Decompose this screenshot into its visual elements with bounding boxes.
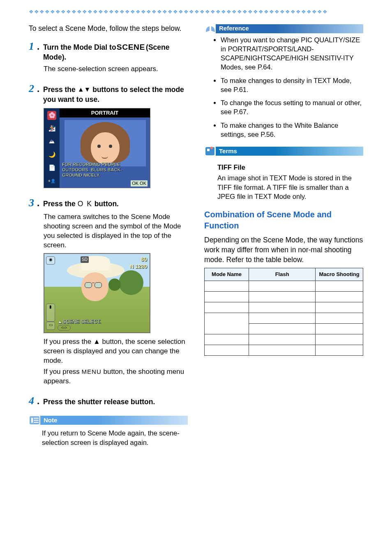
lcd-size: N 1280: [130, 263, 147, 270]
reference-callout: Reference When you want to change PIC QU…: [204, 24, 363, 139]
terms-callout: Terms TIFF File An image shot in TEXT Mo…: [204, 146, 363, 201]
lcd-left-icons: ◉ ▮ ▭: [46, 256, 58, 330]
sd-badge: SD: [81, 256, 89, 263]
reference-icon: [204, 23, 217, 35]
step-4: 4. Press the shutter release button.: [29, 394, 188, 408]
step-title: Press the shutter release button.: [43, 397, 155, 407]
intro-text: To select a Scene Mode, follow the steps…: [29, 24, 188, 34]
svg-rect-1: [31, 418, 33, 423]
header-macro: Macro Shooting: [316, 268, 363, 281]
table-row: [205, 345, 363, 355]
header-mode-name: Mode Name: [205, 268, 249, 281]
step-1: 1. Turn the Mode Dial to SCENE (Scene Mo…: [29, 39, 188, 74]
portrait-icon: 🌸: [47, 111, 56, 120]
table-row: [205, 334, 363, 345]
note-icon: [29, 415, 41, 426]
updown-arrows-icon: ▲▼: [78, 86, 91, 93]
reference-item: To change the focus setting to manual or…: [221, 98, 363, 117]
sports-icon: 🏂: [47, 124, 56, 133]
terms-body: An image shot in TEXT Mode is stored in …: [217, 173, 363, 201]
reference-list: When you want to change PIC QUALITY/SIZE…: [212, 35, 363, 139]
step-title: Press the ▲▼ buttons to select the mode …: [43, 85, 188, 104]
terms-heading: TIFF File: [217, 163, 363, 172]
note-body: If you return to Scene Mode again, the s…: [29, 425, 188, 447]
landscape-icon: ⛰: [47, 137, 56, 146]
table-row: [205, 291, 363, 302]
scene-label: SCENE: [117, 43, 145, 53]
svg-rect-2: [34, 418, 39, 419]
reference-item: To make changes to the White Balance set…: [221, 121, 363, 139]
reference-item: To make changes to density in TEXT Mode,…: [221, 76, 363, 94]
svg-rect-6: [205, 147, 214, 155]
lcd-oval-icon: ⟲⟳: [58, 325, 71, 331]
step-number: 1: [29, 39, 34, 53]
step-number: 3: [29, 196, 34, 210]
table-row: [205, 302, 363, 313]
svg-rect-5: [210, 25, 211, 31]
terms-icon: [204, 145, 217, 157]
battery-icon: ▭: [46, 322, 55, 330]
combo-title: Combination of Scene Mode and Function: [204, 209, 363, 231]
svg-rect-4: [34, 422, 39, 423]
reference-item: When you want to change PIC QUALITY/SIZE…: [221, 35, 363, 72]
svg-point-8: [210, 147, 213, 149]
combo-body: Depending on the Scene Mode, the way fun…: [204, 235, 363, 265]
mode-icon: ◉: [46, 256, 55, 265]
step-3: 3. Press the O K button. The camera swit…: [29, 196, 188, 387]
lcd-scene-select-text: ▲SCENE SELECT.: [58, 318, 101, 325]
lcd-mode-title: PORTRAIT: [60, 108, 150, 117]
lcd-sidebar-icons: 🌸 🏂 ⛰ 🌙 📄 +👤: [44, 108, 60, 188]
lcd-description: FOR RECORDING PEOPLE OUTDOORS. BLURS BAC…: [62, 162, 148, 178]
left-column: To select a Scene Mode, follow the steps…: [29, 24, 188, 453]
terms-title: Terms: [219, 147, 237, 155]
step-2: 2. Press the ▲▼ buttons to select the mo…: [29, 81, 188, 188]
decorative-sparkles: ❖❖❖❖❖❖❖❖❖❖❖❖❖❖❖❖❖❖❖❖❖❖❖❖❖❖❖❖❖❖❖❖❖❖❖❖❖❖❖❖…: [29, 8, 363, 16]
step-body: The scene-selection screen appears.: [44, 64, 188, 74]
right-column: Reference When you want to change PIC QU…: [204, 24, 363, 453]
lcd-shooting-screenshot: ◉ ▮ ▭ SD 80 N 1280 ▲SCENE SELECT. ⟲⟳: [44, 253, 150, 333]
svg-rect-3: [34, 420, 39, 421]
step-title: Turn the Mode Dial to SCENE (Scene Mode)…: [43, 43, 188, 62]
mode-function-table: Mode Name Flash Macro Shooting: [204, 268, 363, 356]
step-number: 4: [29, 394, 34, 408]
zoom-icon: ▮: [46, 304, 55, 322]
table-row: [205, 281, 363, 291]
ok-label: O K: [78, 200, 92, 208]
up-arrow-icon: ▲: [93, 338, 100, 345]
note-title: Note: [44, 416, 57, 424]
step-body: If you press MENU button, the shooting m…: [44, 367, 188, 386]
step-body: The camera switches to the Scene Mode sh…: [44, 212, 188, 250]
step-number: 2: [29, 81, 34, 96]
nightscape-icon: 🌙: [47, 150, 56, 159]
menu-label: MENU: [82, 368, 101, 375]
lcd-portrait-illustration: [65, 120, 146, 166]
lcd-counter: 80: [141, 256, 147, 263]
lcd-scene-select-screenshot: 🌸 🏂 ⛰ 🌙 📄 +👤 PORTRAIT FOR RECORDING PEOP…: [44, 108, 150, 188]
text-icon: 📄: [47, 164, 56, 173]
reference-title: Reference: [219, 24, 249, 32]
svg-rect-7: [207, 149, 210, 151]
high-sensitivity-icon: +👤: [47, 177, 56, 186]
table-row: [205, 313, 363, 323]
lcd-ok-badge: OK OK: [131, 180, 148, 187]
note-callout: Note If you return to Scene Mode again, …: [29, 415, 188, 447]
header-flash: Flash: [249, 268, 316, 281]
table-header-row: Mode Name Flash Macro Shooting: [205, 268, 363, 281]
step-body: If you press the ▲ button, the scene sel…: [44, 337, 188, 366]
step-title: Press the O K button.: [43, 199, 119, 209]
